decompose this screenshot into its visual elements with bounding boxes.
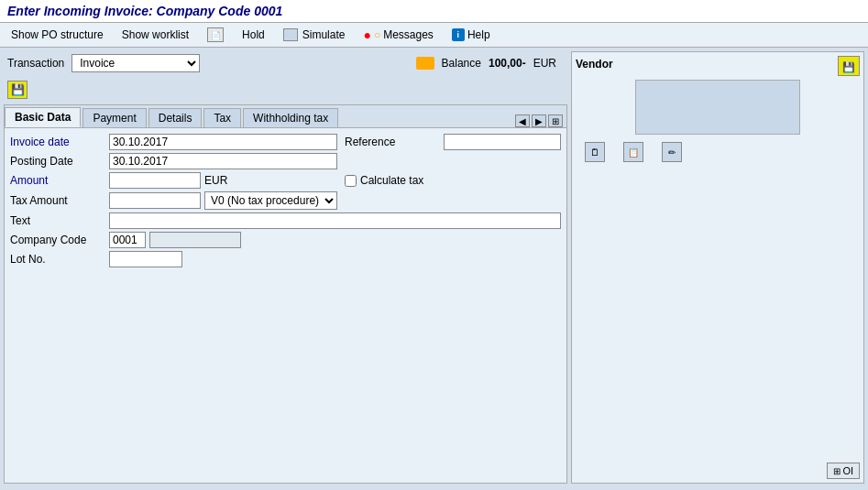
transaction-label: Transaction [7, 57, 64, 70]
balance-currency: EUR [533, 57, 556, 70]
tab-tax[interactable]: Tax [203, 108, 241, 127]
transaction-row: Transaction Invoice Balance 100,00- EUR [4, 51, 567, 75]
show-worklist-button[interactable]: Show worklist [118, 27, 192, 43]
balance-indicator [416, 57, 434, 70]
tab-details[interactable]: Details [148, 108, 203, 127]
save-icon-btn[interactable]: 💾 [7, 81, 27, 99]
company-code-row [109, 232, 337, 248]
tax-amount-label: Tax Amount [10, 194, 102, 207]
tax-amount-input[interactable] [109, 192, 201, 209]
reference-label: Reference [345, 136, 436, 148]
hold-button[interactable]: Hold [238, 27, 269, 43]
invoice-date-label: Invoice date [10, 136, 102, 148]
balance-label: Balance [442, 57, 481, 70]
currency-label: EUR [204, 174, 227, 187]
lot-no-label: Lot No. [10, 253, 102, 266]
vendor-label: Vendor [576, 58, 613, 71]
tabs-row: Basic Data Payment Details Tax Withholdi… [5, 105, 566, 128]
form-tabs-panel: Basic Data Payment Details Tax Withholdi… [4, 104, 567, 484]
vendor-panel: Vendor 💾 🗒 📋 ✏ ⊞ OI [571, 51, 864, 484]
vendor-icon-btn-2[interactable]: 📋 [623, 142, 643, 162]
vendor-copy-icon: 📋 [628, 147, 639, 158]
save-icon: 💾 [11, 83, 25, 96]
tax-procedure-select[interactable]: V0 (No tax procedure) [204, 191, 337, 210]
toolbar: Show PO structure Show worklist 📄 Hold S… [0, 23, 868, 48]
tab-basic-data[interactable]: Basic Data [5, 107, 81, 127]
messages-button[interactable]: ●○ Messages [359, 26, 436, 44]
vendor-edit-icon: ✏ [668, 147, 676, 158]
simulate-button[interactable]: Simulate [280, 27, 349, 43]
text-input[interactable] [109, 212, 561, 229]
tab-next-btn[interactable]: ▶ [532, 114, 546, 127]
simulate-icon [283, 28, 298, 41]
vendor-img-placeholder [635, 80, 800, 135]
posting-date-input[interactable] [109, 153, 337, 169]
vendor-icon-btn-1[interactable]: 🗒 [585, 142, 605, 162]
oi-button[interactable]: ⊞ OI [827, 463, 860, 479]
tab-withholding-tax[interactable]: Withholding tax [243, 108, 338, 127]
vendor-save-btn[interactable]: 💾 [838, 56, 860, 76]
documents-icon-button[interactable]: 📄 [203, 26, 227, 44]
main-content: Transaction Invoice Balance 100,00- EUR … [0, 48, 868, 487]
reference-input[interactable] [444, 134, 561, 150]
amount-input[interactable] [109, 172, 201, 189]
balance-row: Balance 100,00- EUR [416, 57, 564, 70]
company-code-label: Company Code [10, 234, 102, 246]
tab-expand-btn[interactable]: ⊞ [548, 114, 563, 127]
company-code-input[interactable] [109, 232, 146, 248]
left-panel: Transaction Invoice Balance 100,00- EUR … [4, 51, 567, 484]
table-icon: ⊞ [833, 466, 841, 476]
vendor-icons-row: 🗒 📋 ✏ [576, 142, 860, 162]
tab-nav: ◀ ▶ ⊞ [515, 114, 566, 127]
tab-prev-btn[interactable]: ◀ [515, 114, 530, 127]
company-code-name-input [149, 232, 241, 248]
transaction-select[interactable]: Invoice [71, 54, 200, 72]
basic-data-content: Invoice date Reference Posting Date Amou… [5, 128, 566, 483]
balance-value: 100,00- [489, 57, 526, 70]
calculate-tax-row: Calculate tax [345, 174, 436, 187]
amount-row: EUR [109, 172, 337, 189]
tax-amount-row: V0 (No tax procedure) [109, 191, 337, 210]
posting-date-label: Posting Date [10, 155, 102, 168]
invoice-date-input[interactable] [109, 134, 337, 150]
documents-icon: 📄 [207, 27, 224, 42]
vendor-save-icon: 💾 [842, 61, 855, 72]
messages-icon2: ○ [374, 28, 380, 41]
lot-no-input[interactable] [109, 251, 182, 267]
help-button[interactable]: i Help [448, 27, 494, 43]
amount-label: Amount [10, 174, 102, 187]
text-label: Text [10, 214, 102, 227]
help-icon: i [452, 28, 465, 41]
vendor-detail-icon: 🗒 [590, 147, 599, 158]
tab-payment[interactable]: Payment [82, 108, 146, 127]
right-panel: Vendor 💾 🗒 📋 ✏ ⊞ OI [571, 51, 864, 484]
vendor-icon-btn-3[interactable]: ✏ [662, 142, 682, 162]
calculate-tax-checkbox[interactable] [345, 175, 357, 187]
messages-icon: ● [363, 27, 370, 42]
title-bar: Enter Incoming Invoice: Company Code 000… [0, 0, 868, 23]
show-po-structure-button[interactable]: Show PO structure [7, 27, 107, 43]
calculate-tax-label: Calculate tax [360, 174, 423, 187]
